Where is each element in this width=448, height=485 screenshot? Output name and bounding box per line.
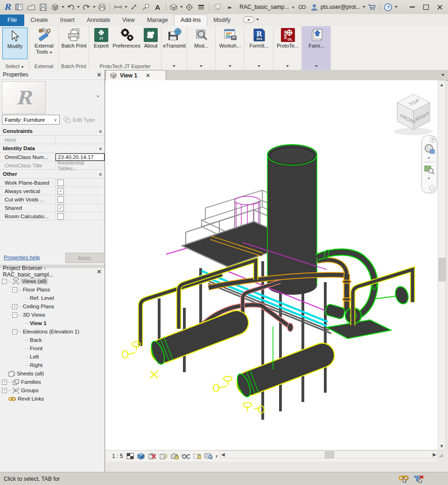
section-constraints[interactable]: Constraints«	[0, 127, 105, 136]
scale-button[interactable]: 1 : 5	[112, 453, 123, 459]
select-links-icon[interactable]	[399, 475, 409, 483]
apply-button[interactable]: Apply	[65, 253, 104, 263]
about-button[interactable]: About	[141, 28, 160, 49]
help-icon[interactable]: ?	[383, 1, 394, 13]
navbar-collapse-icon[interactable]: −	[429, 185, 435, 191]
undo-icon[interactable]	[65, 1, 77, 13]
fami-button[interactable]: Fami...	[303, 28, 330, 49]
horizontal-scrollbar[interactable]: ◀ ▶	[220, 450, 438, 458]
tree-item-groups[interactable]: + Groups	[2, 386, 105, 395]
text-icon[interactable]: A	[152, 1, 163, 13]
preferences-button[interactable]: Preferences	[112, 28, 141, 49]
tab-create[interactable]: Create	[24, 15, 54, 26]
batch-print-button[interactable]: Batch Print	[60, 28, 88, 49]
save-icon[interactable]	[38, 1, 49, 13]
tree-item-3d-views[interactable]: −3D Views	[2, 311, 105, 319]
protote-dropdown-icon[interactable]	[286, 65, 289, 67]
help-dropdown-icon[interactable]	[395, 6, 398, 8]
vertical-scroll-thumb[interactable]	[439, 258, 446, 281]
formit-button[interactable]: RRFA FormIt...	[245, 28, 273, 49]
signed-in-user[interactable]: pts.user@prot...	[321, 4, 361, 10]
tree-item-views[interactable]: − Views (all)	[2, 277, 105, 285]
measure-dropdown-icon[interactable]	[125, 6, 127, 8]
scroll-up-icon[interactable]: ▲	[438, 81, 445, 88]
lock-3d-view-icon[interactable]	[171, 452, 179, 460]
app-store-cart-icon[interactable]	[366, 1, 378, 13]
tree-item-revit-links[interactable]: Revit Links	[2, 395, 105, 403]
property-row-room-calculation[interactable]: Room Calculatio...	[0, 212, 105, 221]
aligned-dimension-icon[interactable]	[128, 1, 140, 13]
vertical-scrollbar[interactable]: ▲ ▼	[438, 80, 446, 450]
tree-item-elevations[interactable]: −Elevations (Elevation 1)	[2, 327, 105, 336]
fami-dropdown-icon[interactable]	[315, 65, 318, 67]
minimize-button[interactable]	[406, 2, 419, 12]
3d-view-dropdown-icon[interactable]	[180, 6, 183, 8]
zoom-dropdown-icon[interactable]	[427, 178, 430, 180]
navbar-close-icon[interactable]: ✕	[430, 137, 436, 143]
section-identity-data[interactable]: Identity Data«	[0, 144, 105, 153]
measure-icon[interactable]	[112, 1, 124, 13]
section-other[interactable]: Other«	[0, 170, 105, 179]
resize-grip[interactable]: ◢	[439, 452, 443, 457]
tree-item-front[interactable]: Front	[2, 344, 105, 353]
expand-expander-icon[interactable]: +	[12, 304, 17, 309]
scroll-left-icon[interactable]: ◀	[221, 451, 225, 458]
print-icon[interactable]	[97, 1, 108, 13]
tree-item-right[interactable]: Right	[2, 361, 105, 369]
tab-modify[interactable]: Modify	[207, 15, 237, 26]
search-icon[interactable]	[297, 1, 308, 13]
horizontal-scroll-thumb[interactable]	[325, 451, 334, 458]
properties-help-link[interactable]: Properties help	[4, 255, 40, 260]
ribbon-collapse-button[interactable]	[243, 16, 259, 23]
selection-filter-icon[interactable]	[413, 475, 424, 483]
tree-item-back[interactable]: Back	[2, 336, 105, 344]
tree-item-view-1[interactable]: View 1	[2, 319, 105, 327]
tab-file[interactable]: File	[0, 14, 24, 26]
tree-item-sheets[interactable]: Sheets (all)	[2, 369, 105, 378]
type-selector[interactable]: Family: Furniture∨	[2, 115, 60, 125]
preview-dropdown-icon[interactable]	[97, 96, 99, 97]
redo-icon[interactable]	[81, 1, 92, 13]
mod-button[interactable]: Mod...	[188, 28, 215, 49]
etransmit-button[interactable]: eTransmit	[162, 28, 187, 49]
worksh-button[interactable]: Worksh...	[217, 28, 244, 49]
protote-button[interactable]: WEBGL ProtoTe...	[274, 28, 301, 49]
viewcube[interactable]: TOP FRONT RIGHT	[389, 87, 438, 138]
property-row-shared[interactable]: Shared✓	[0, 204, 105, 212]
tab-annotate[interactable]: Annotate	[81, 15, 116, 26]
tree-item-ceiling-plans[interactable]: +Ceiling Plans	[2, 302, 105, 311]
detail-level-icon[interactable]	[126, 452, 134, 460]
tree-item-families[interactable]: + Families	[2, 378, 105, 386]
select-panel-label[interactable]: Select	[0, 63, 29, 69]
tree-item-floor-plans[interactable]: −Floor Plans	[2, 285, 105, 294]
tab-manage[interactable]: Manage	[141, 15, 174, 26]
export-button[interactable]: JT Export	[91, 28, 112, 49]
scroll-down-icon[interactable]: ▼	[438, 442, 445, 450]
close-button[interactable]	[433, 2, 446, 12]
mod-dropdown-icon[interactable]	[200, 65, 203, 67]
tab-view[interactable]: View	[116, 15, 141, 26]
collapse-expander-icon[interactable]: −	[12, 329, 17, 334]
ui-views-icon[interactable]	[14, 1, 25, 13]
thin-lines-icon[interactable]	[196, 1, 207, 13]
properties-close-icon[interactable]: ✕	[97, 71, 102, 78]
tab-list-dropdown-icon[interactable]	[441, 74, 444, 76]
expand-expander-icon[interactable]: +	[2, 380, 7, 385]
default-3d-view-icon[interactable]	[168, 1, 180, 13]
vcb-collapse-icon[interactable]: ‹	[216, 453, 217, 459]
formit-dropdown-icon[interactable]	[258, 65, 260, 67]
visual-style-icon[interactable]	[137, 452, 145, 460]
expand-expander-icon[interactable]: +	[2, 388, 7, 393]
tag-icon[interactable]	[140, 1, 151, 13]
property-row-cut-with-voids[interactable]: Cut with Voids ...	[0, 195, 105, 204]
shadows-icon[interactable]	[160, 452, 168, 460]
etransmit-dropdown-icon[interactable]	[173, 65, 175, 67]
modify-button[interactable]: Modify	[2, 28, 28, 59]
collapse-expander-icon[interactable]: −	[2, 279, 7, 284]
redo-dropdown-icon[interactable]	[93, 6, 96, 8]
scroll-right-icon[interactable]: ▶	[433, 451, 436, 458]
temporary-hide-isolate-icon[interactable]	[182, 452, 190, 460]
sun-path-icon[interactable]	[148, 452, 156, 460]
zoom-region-icon[interactable]	[424, 165, 434, 175]
external-tools-button[interactable]: ExternalTools	[31, 28, 57, 55]
